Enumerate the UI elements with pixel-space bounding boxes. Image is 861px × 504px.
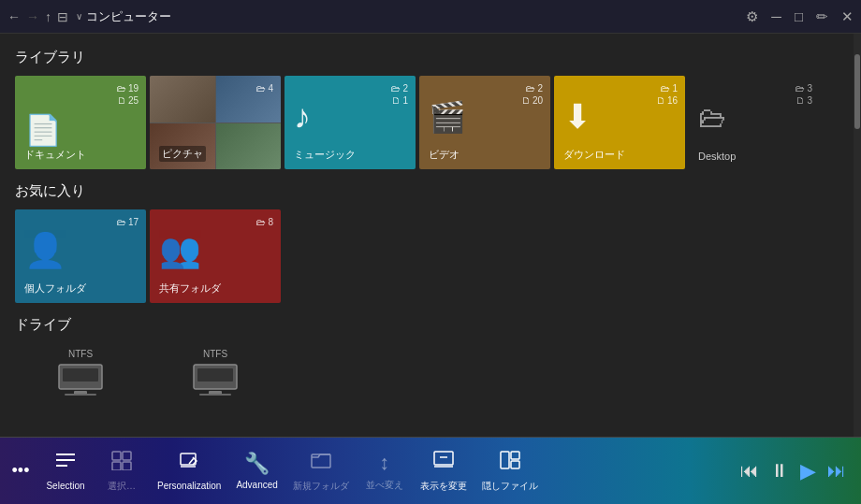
file-icon: 🗋 bbox=[521, 95, 531, 106]
scrollbar[interactable] bbox=[854, 34, 861, 437]
personal-label: 個人フォルダ bbox=[24, 281, 86, 295]
folder-icon: 🗁 bbox=[391, 83, 401, 94]
desktop-icon: 🗁 bbox=[698, 102, 726, 134]
toolbar: ••• Selection 選択… bbox=[0, 437, 861, 504]
selection-label: Selection bbox=[46, 481, 84, 491]
svg-rect-5 bbox=[197, 368, 233, 382]
svg-rect-24 bbox=[511, 461, 519, 468]
download-label: ダウンロード bbox=[563, 148, 625, 162]
content-area: ライブラリ 🗁19 🗋25 📄 ドキュメント bbox=[0, 34, 854, 437]
svg-rect-18 bbox=[312, 454, 330, 468]
svg-rect-1 bbox=[63, 368, 98, 382]
more-button[interactable]: ••• bbox=[4, 438, 37, 504]
file-icon: 🗋 bbox=[795, 95, 805, 106]
drive1-fs: NTFS bbox=[68, 349, 93, 359]
titlebar: ← → ↑ ⊟ ∨ コンピューター ⚙ ─ □ ✏ ✕ bbox=[0, 0, 861, 34]
documents-icon: 📄 bbox=[24, 112, 62, 148]
music-badge: 🗁2 🗋1 bbox=[391, 83, 408, 106]
main-area: ライブラリ 🗁19 🗋25 📄 ドキュメント bbox=[0, 34, 861, 437]
pen-button[interactable]: ✏ bbox=[816, 8, 828, 25]
window-actions: ⚙ ─ □ ✏ ✕ bbox=[746, 8, 854, 25]
view-label: 表示を変更 bbox=[420, 480, 467, 493]
navigation-buttons: ← → ↑ ⊟ bbox=[7, 9, 68, 24]
folder-icon: 🗁 bbox=[117, 217, 126, 227]
svg-rect-23 bbox=[511, 452, 519, 459]
gear-icon[interactable]: ⚙ bbox=[746, 8, 758, 25]
drives-heading: ドライブ bbox=[15, 316, 839, 334]
hidden-icon bbox=[499, 450, 521, 476]
window-button[interactable]: ⊟ bbox=[57, 9, 68, 24]
tile-shared-folder[interactable]: 🗁8 👥 共有フォルダ bbox=[150, 209, 281, 303]
svg-rect-22 bbox=[501, 452, 509, 468]
next-button[interactable]: ⏭ bbox=[827, 460, 846, 482]
up-button[interactable]: ↑ bbox=[45, 9, 51, 24]
folder-icon: 🗁 bbox=[256, 217, 266, 227]
personal-badge: 🗁17 bbox=[117, 217, 139, 227]
toolbar-sort[interactable]: ↕ 並べ変え bbox=[357, 438, 413, 504]
svg-rect-14 bbox=[112, 462, 121, 470]
svg-rect-13 bbox=[123, 452, 131, 460]
minimize-button[interactable]: ─ bbox=[771, 8, 781, 24]
personalization-icon bbox=[178, 451, 200, 477]
tile-personal-folder[interactable]: 🗁17 👤 個人フォルダ bbox=[15, 209, 146, 303]
folder-icon: 🗁 bbox=[526, 83, 535, 94]
svg-rect-15 bbox=[123, 462, 131, 470]
advanced-label: Advanced bbox=[236, 480, 277, 490]
play-button[interactable]: ▶ bbox=[800, 459, 816, 483]
toolbar-filter[interactable]: 選択… bbox=[94, 438, 150, 504]
filter-icon bbox=[110, 450, 133, 476]
music-label: ミュージック bbox=[294, 148, 356, 162]
toolbar-hidden-files[interactable]: 隠しファイル bbox=[474, 438, 546, 504]
drive-tile-1[interactable]: NTFS bbox=[15, 343, 146, 409]
scrollbar-thumb[interactable] bbox=[854, 54, 860, 129]
toolbar-view[interactable]: 表示を変更 bbox=[413, 438, 474, 504]
view-icon bbox=[432, 450, 455, 476]
pic-cell-4 bbox=[216, 123, 282, 170]
file-icon: 🗋 bbox=[117, 95, 126, 106]
back-button[interactable]: ← bbox=[7, 9, 21, 24]
sort-label: 並べ変え bbox=[366, 479, 403, 492]
drive1-icon bbox=[57, 363, 104, 403]
tile-documents[interactable]: 🗁19 🗋25 📄 ドキュメント bbox=[15, 76, 146, 169]
video-label: ビデオ bbox=[429, 148, 460, 162]
toolbar-personalization[interactable]: Personalization bbox=[150, 438, 228, 504]
documents-label: ドキュメント bbox=[24, 148, 86, 162]
tile-download[interactable]: 🗁1 🗋16 ⬇ ダウンロード bbox=[554, 76, 685, 169]
folder-icon: 🗁 bbox=[117, 83, 126, 94]
tile-music[interactable]: 🗁2 🗋1 ♪ ミュージック bbox=[285, 76, 416, 169]
forward-button[interactable]: → bbox=[26, 9, 39, 24]
video-icon: 🎬 bbox=[429, 99, 466, 135]
favorites-heading: お気に入り bbox=[15, 182, 839, 200]
filter-label: 選択… bbox=[108, 480, 136, 493]
close-button[interactable]: ✕ bbox=[841, 8, 854, 25]
toolbar-new-folder[interactable]: 新規フォルダ bbox=[285, 438, 357, 504]
drives-grid: NTFS NTFS bbox=[15, 343, 839, 409]
prev-button[interactable]: ⏮ bbox=[740, 460, 759, 482]
drive-tile-2[interactable]: NTFS bbox=[150, 343, 281, 409]
desktop-label: Desktop bbox=[698, 151, 736, 162]
pictures-label: ピクチャ bbox=[159, 146, 206, 162]
tile-desktop[interactable]: 🗁3 🗋3 🗁 Desktop bbox=[689, 76, 820, 169]
folder-icon: 🗁 bbox=[256, 83, 266, 94]
chevron-icon: ∨ bbox=[76, 11, 82, 22]
svg-rect-7 bbox=[199, 394, 231, 396]
music-icon: ♪ bbox=[294, 97, 311, 137]
video-badge: 🗁2 🗋20 bbox=[521, 83, 543, 106]
shared-badge: 🗁8 bbox=[256, 217, 273, 227]
file-icon: 🗋 bbox=[656, 95, 665, 106]
pause-button[interactable]: ⏸ bbox=[770, 460, 789, 482]
personal-icon: 👤 bbox=[24, 231, 66, 270]
download-icon: ⬇ bbox=[563, 97, 591, 137]
shared-label: 共有フォルダ bbox=[159, 281, 221, 295]
tile-video[interactable]: 🗁2 🗋20 🎬 ビデオ bbox=[419, 76, 550, 169]
pic-cell-1 bbox=[150, 76, 215, 122]
advanced-icon: 🔧 bbox=[244, 452, 270, 476]
media-controls: ⏮ ⏸ ▶ ⏭ bbox=[740, 459, 857, 483]
tile-pictures[interactable]: 🗁4 ピクチャ bbox=[150, 76, 281, 169]
drive2-icon bbox=[192, 363, 239, 403]
toolbar-selection[interactable]: Selection bbox=[37, 438, 94, 504]
shared-icon: 👥 bbox=[159, 231, 201, 270]
svg-rect-19 bbox=[434, 452, 453, 465]
toolbar-advanced[interactable]: 🔧 Advanced bbox=[228, 438, 285, 504]
restore-button[interactable]: □ bbox=[795, 8, 803, 24]
